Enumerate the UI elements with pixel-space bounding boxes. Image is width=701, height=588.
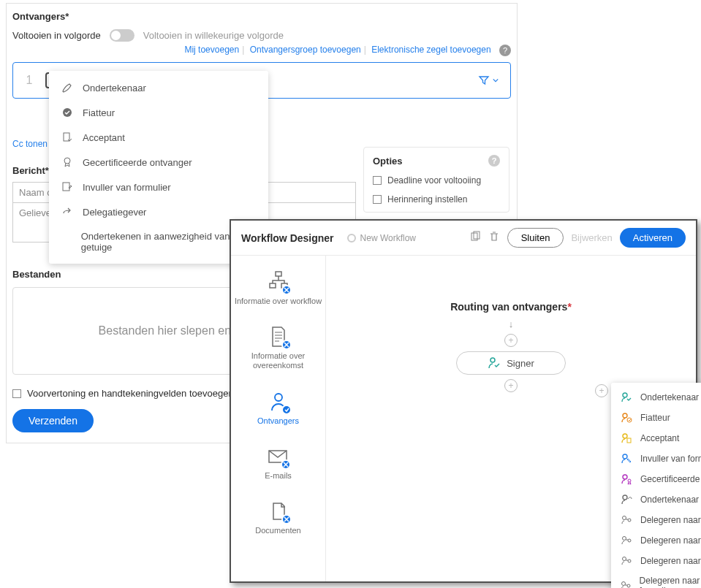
help-icon[interactable]: ?	[499, 45, 511, 56]
sidebar-item-recipients[interactable]: Ontvangers	[257, 390, 299, 426]
documents-icon	[267, 500, 290, 523]
options-panel: Opties ? Deadline voor voltooiing Herinn…	[363, 147, 509, 213]
svg-point-24	[628, 539, 631, 542]
order-toggle-row: Voltooien in volgorde Voltooien in wille…	[12, 29, 511, 42]
role-option-certified[interactable]: Gecertificeerde ontvanger	[49, 150, 268, 175]
svg-rect-7	[270, 283, 276, 288]
svg-point-27	[622, 582, 626, 586]
form-edit-icon	[61, 181, 74, 193]
duplicate-icon[interactable]	[469, 231, 481, 245]
person-delegate-icon	[620, 535, 633, 546]
sidebar-item-documents[interactable]: Documenten	[255, 500, 300, 535]
role-delegate-acceptor[interactable]: Delegeren naar acceptant	[611, 551, 701, 571]
sidebar-item-agreement-info[interactable]: Informatie over overeenkomst	[231, 325, 325, 370]
role-option-acceptor[interactable]: Acceptant	[49, 125, 268, 150]
options-title: Opties ?	[373, 155, 500, 167]
ribbon-icon	[61, 156, 74, 168]
person-delegate-icon	[620, 555, 633, 567]
add-recipient-group-link[interactable]: Ontvangersgroep toevoegen	[250, 45, 361, 55]
add-me-link[interactable]: Mij toevoegen	[184, 45, 239, 55]
pen-icon	[61, 82, 74, 93]
person-check-icon	[488, 356, 501, 370]
role-acceptor[interactable]: Acceptant	[611, 428, 701, 448]
person-approve-icon	[620, 412, 633, 424]
recipient-role-menu: Ondertekenaar Fiatteur Acceptant Invulle…	[611, 383, 701, 588]
check-circle-icon	[61, 107, 74, 118]
send-button[interactable]: Verzenden	[12, 409, 94, 432]
svg-rect-3	[63, 183, 69, 191]
workflow-actions: Sluiten Bijwerken Activeren	[469, 228, 686, 248]
recipient-links: Mij toevoegen| Ontvangersgroep toevoegen…	[12, 45, 511, 56]
svg-point-21	[623, 516, 626, 520]
document-check-icon	[61, 131, 74, 143]
activate-button[interactable]: Activeren	[620, 228, 686, 248]
add-recipient-above-button[interactable]: +	[504, 334, 518, 347]
role-option-signer[interactable]: Ondertekenaar	[49, 75, 268, 100]
signer-node[interactable]: Signer	[456, 351, 566, 375]
role-option-approver[interactable]: Fiatteur	[49, 100, 268, 125]
svg-point-11	[490, 358, 495, 362]
role-filler[interactable]: Invuller van formulier	[611, 448, 701, 469]
role-approver[interactable]: Fiatteur	[611, 408, 701, 428]
person-form-icon	[620, 453, 633, 465]
workflow-title: Workflow Designer	[241, 232, 334, 244]
flow-arrow-icon: ↓	[341, 318, 681, 329]
chevron-down-icon	[493, 77, 499, 83]
role-witness[interactable]: Ondertekenaar met getuige	[611, 489, 701, 510]
complete-in-order-label: Voltooien in volgorde	[12, 30, 101, 41]
sidebar-item-emails[interactable]: E-mails	[265, 445, 292, 481]
person-icon	[267, 390, 290, 413]
svg-point-12	[623, 393, 627, 397]
person-icon	[620, 392, 633, 403]
arrow-forward-icon	[61, 206, 74, 218]
option-deadline[interactable]: Deadline voor voltooiing	[373, 175, 500, 186]
role-delegate-approver[interactable]: Delegeren naar fiatteur	[611, 530, 701, 551]
svg-point-18	[623, 475, 627, 479]
svg-point-14	[627, 418, 632, 422]
role-signer[interactable]: Ondertekenaar	[611, 387, 701, 408]
authentication-dropdown[interactable]	[478, 75, 499, 86]
svg-rect-6	[276, 272, 281, 276]
svg-point-26	[628, 560, 631, 562]
recipient-index: 1	[13, 74, 45, 87]
role-option-filler[interactable]: Invuller van formulier	[49, 175, 268, 199]
recipients-label: Ontvangers*	[12, 11, 511, 22]
svg-point-23	[623, 537, 626, 541]
routing-title: Routing van ontvangers*	[341, 301, 681, 313]
person-delegate-icon	[620, 514, 633, 526]
order-toggle[interactable]	[110, 29, 134, 42]
svg-point-25	[623, 557, 626, 561]
svg-point-9	[275, 394, 282, 401]
flowchart-icon	[267, 270, 290, 294]
svg-point-13	[623, 413, 627, 418]
svg-point-15	[623, 434, 627, 438]
svg-point-17	[623, 454, 627, 459]
checkbox-icon[interactable]	[373, 195, 382, 204]
person-witness-icon	[620, 494, 633, 505]
svg-point-19	[628, 479, 631, 482]
option-reminder[interactable]: Herinnering instellen	[373, 194, 500, 205]
svg-point-20	[623, 495, 627, 500]
add-seal-link[interactable]: Elektronische zegel toevoegen	[371, 45, 490, 55]
update-button: Bijwerken	[571, 232, 612, 243]
add-recipient-below-button[interactable]: +	[504, 379, 518, 392]
checkbox-icon[interactable]	[12, 389, 21, 398]
sidebar-item-workflow-info[interactable]: Informatie over workflow	[235, 270, 322, 306]
close-button[interactable]: Sluiten	[507, 228, 564, 248]
help-icon[interactable]: ?	[488, 155, 500, 167]
checkbox-icon[interactable]	[373, 176, 382, 185]
workflow-name-field[interactable]: New Workflow	[347, 233, 469, 243]
workflow-designer-panel: Workflow Designer New Workflow Sluiten B…	[230, 219, 697, 583]
svg-point-22	[628, 519, 631, 522]
filter-icon	[478, 75, 490, 86]
trash-icon[interactable]	[488, 231, 500, 245]
add-recipient-right-button[interactable]: +	[595, 384, 608, 397]
svg-rect-16	[627, 438, 631, 443]
person-cert-icon	[620, 473, 633, 485]
role-delegate-filler[interactable]: Delegeren naar invuller van formulier	[611, 571, 701, 588]
svg-point-2	[64, 158, 70, 164]
role-delegate-signer[interactable]: Delegeren naar ondertekenaar	[611, 510, 701, 530]
workflow-header: Workflow Designer New Workflow Sluiten B…	[231, 221, 696, 256]
svg-point-28	[627, 584, 630, 587]
role-certified[interactable]: Gecertificeerde ontvanger	[611, 469, 701, 489]
